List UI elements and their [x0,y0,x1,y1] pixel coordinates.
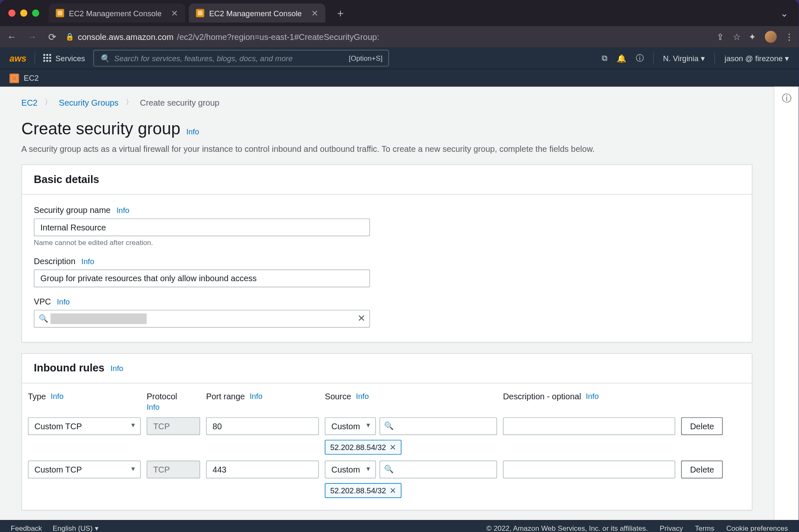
ec2-service-icon [10,73,19,83]
info-link[interactable]: Info [586,392,599,401]
maximize-window-icon[interactable] [32,10,39,17]
rule-description-input[interactable] [503,460,675,478]
reload-button[interactable]: ⟳ [45,31,59,42]
address-bar[interactable]: 🔒 console.aws.amazon.com/ec2/v2/home?reg… [65,32,711,42]
aws-logo[interactable]: aws [10,53,26,63]
close-tab-icon[interactable]: ✕ [307,8,319,18]
close-tab-icon[interactable]: ✕ [166,8,179,18]
rule-source-search[interactable] [380,460,497,478]
back-button[interactable]: ← [5,32,19,42]
main-content: EC2 〉 Security Groups 〉 Create security … [0,87,774,520]
vpc-label: VPC [34,297,51,307]
browser-tab[interactable]: EC2 Management Console ✕ [49,4,185,23]
rule-port-input[interactable] [206,417,319,435]
col-desc: Description - optional [503,392,581,401]
minimize-window-icon[interactable] [20,10,27,17]
chevron-down-icon: ▾ [785,54,789,62]
search-icon: 🔍 [384,465,394,473]
description-label: Description [34,256,75,266]
grid-icon [44,54,52,62]
vpc-value-redacted [50,313,146,324]
chevron-right-icon: 〉 [45,97,52,107]
remove-chip-icon[interactable]: ✕ [390,443,396,452]
remove-chip-icon[interactable]: ✕ [390,486,396,495]
tab-title: EC2 Management Console [209,9,302,17]
aws-header: aws Services 🔍 Search for services, feat… [0,47,799,69]
aws-search-input[interactable]: 🔍 Search for services, features, blogs, … [93,50,389,67]
rule-protocol [146,460,200,478]
region-selector[interactable]: N. Virginia ▾ [663,54,705,62]
rule-protocol [146,417,200,435]
terms-link[interactable]: Terms [695,524,715,532]
search-placeholder: Search for services, features, blogs, do… [114,54,293,62]
sg-name-input[interactable] [34,218,370,236]
browser-tabbar: EC2 Management Console ✕ EC2 Management … [0,0,799,26]
inbound-rules-panel: Inbound rules Info TypeInfo ProtocolInfo… [21,353,752,510]
url-host: console.aws.amazon.com [78,32,174,42]
description-input[interactable] [34,270,370,287]
privacy-link[interactable]: Privacy [660,524,683,532]
search-icon: 🔍 [39,314,48,323]
copyright: © 2022, Amazon Web Services, Inc. or its… [486,524,648,532]
forward-button[interactable]: → [25,32,39,42]
breadcrumb-link-security-groups[interactable]: Security Groups [59,98,119,107]
aws-subnav: EC2 [0,69,799,87]
info-link[interactable]: Info [250,392,263,401]
chevron-down-icon: ▾ [701,54,705,62]
browser-toolbar: ← → ⟳ 🔒 console.aws.amazon.com/ec2/v2/ho… [0,26,799,47]
tab-title: EC2 Management Console [69,9,162,17]
rule-type-select[interactable] [28,417,141,455]
browser-tab-active[interactable]: EC2 Management Console ✕ [189,4,325,23]
bookmark-icon[interactable]: ☆ [733,32,741,42]
info-link[interactable]: Info [117,205,129,214]
col-protocol: Protocol [146,392,200,401]
services-menu-button[interactable]: Services [44,54,85,62]
info-link[interactable]: Info [82,257,94,265]
aws-favicon-icon [56,9,64,17]
language-selector[interactable]: English (US) ▾ [53,524,99,532]
browser-menu-icon[interactable]: ⋮ [785,32,794,42]
delete-rule-button[interactable]: Delete [681,460,723,478]
account-menu[interactable]: jason @ firezone ▾ [725,54,789,62]
rule-source-search[interactable] [380,417,497,435]
info-link[interactable]: Info [186,127,199,136]
source-chip[interactable]: 52.202.88.54/32✕ [325,440,402,455]
search-icon: 🔍 [384,421,394,430]
info-link[interactable]: Info [110,364,123,373]
breadcrumb: EC2 〉 Security Groups 〉 Create security … [21,97,752,107]
help-icon[interactable]: ⓘ [636,53,644,64]
aws-favicon-icon [196,9,204,17]
search-shortcut: [Option+S] [349,54,382,62]
aws-footer: Feedback English (US) ▾ © 2022, Amazon W… [0,520,799,532]
rule-port-input[interactable] [206,460,319,478]
rule-source-mode-select[interactable] [325,417,376,435]
info-link[interactable]: Info [51,392,64,401]
close-window-icon[interactable] [8,10,15,17]
tab-overflow-icon[interactable]: ⌄ [774,4,794,22]
rule-type-select[interactable] [28,460,141,498]
clear-icon[interactable]: ✕ [357,313,365,324]
info-link[interactable]: Info [356,392,369,401]
notifications-icon[interactable]: 🔔 [617,54,626,62]
cloudshell-icon[interactable]: ⧉ [602,53,607,63]
share-icon[interactable]: ⇪ [717,32,725,42]
info-panel-icon[interactable]: ⓘ [782,93,792,520]
lock-icon: 🔒 [65,32,74,41]
new-tab-button[interactable]: ＋ [329,6,352,20]
breadcrumb-link-ec2[interactable]: EC2 [21,98,37,107]
rule-description-input[interactable] [503,417,675,435]
profile-avatar[interactable] [765,31,777,43]
col-type: Type [28,392,46,401]
rule-source-mode-select[interactable] [325,460,376,478]
cookie-link[interactable]: Cookie preferences [726,524,788,532]
search-icon: 🔍 [100,54,109,62]
delete-rule-button[interactable]: Delete [681,417,723,435]
subnav-service-label[interactable]: EC2 [24,74,39,82]
info-link[interactable]: Info [57,297,70,306]
sg-name-label: Security group name [34,205,110,215]
feedback-link[interactable]: Feedback [11,524,42,532]
source-chip[interactable]: 52.202.88.54/32✕ [325,483,402,498]
right-help-rail: ⓘ [774,87,799,520]
info-link[interactable]: Info [146,403,200,411]
extensions-icon[interactable]: ✦ [749,32,757,42]
